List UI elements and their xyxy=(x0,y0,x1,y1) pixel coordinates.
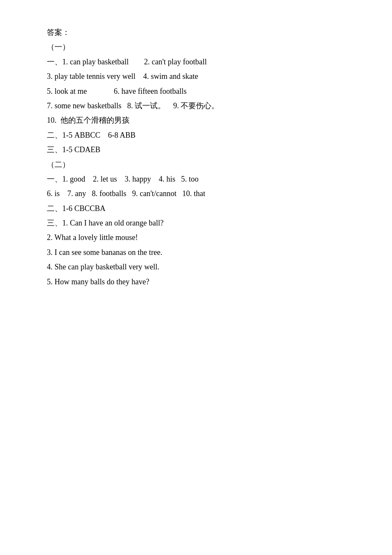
content-line-16: 4. She can play basketball very well. xyxy=(47,260,345,274)
content-line-6: 10. 他的五个滑稽的男孩 xyxy=(47,113,345,127)
content-line-17: 5. How many balls do they have? xyxy=(47,275,345,289)
content-line-4: 5. look at me 6. have fifteen footballs xyxy=(47,84,345,98)
content-line-3: 3. play table tennis very well 4. swim a… xyxy=(47,69,345,83)
content-line-8: 三、1-5 CDAEB xyxy=(47,143,345,156)
content-line-14: 2. What a lovely little mouse! xyxy=(47,231,345,244)
content-line-7: 二、1-5 ABBCC 6-8 ABB xyxy=(47,128,345,142)
content-line-1: （一） xyxy=(47,40,345,54)
content-line-15: 3. I can see some bananas on the tree. xyxy=(47,246,345,259)
content-line-13: 三、1. Can I have an old orange ball? xyxy=(47,216,345,230)
content-line-9: （二） xyxy=(47,158,345,171)
main-content: 答案：（一）一、1. can play basketball 2. can't … xyxy=(47,26,345,289)
content-line-5: 7. some new basketballs 8. 试一试。 9. 不要伤心。 xyxy=(47,99,345,113)
content-line-2: 一、1. can play basketball 2. can't play f… xyxy=(47,55,345,69)
content-line-11: 6. is 7. any 8. footballs 9. can't/canno… xyxy=(47,187,345,200)
content-line-0: 答案： xyxy=(47,26,345,39)
content-line-12: 二、1-6 CBCCBA xyxy=(47,202,345,215)
content-line-10: 一、1. good 2. let us 3. happy 4. his 5. t… xyxy=(47,172,345,186)
